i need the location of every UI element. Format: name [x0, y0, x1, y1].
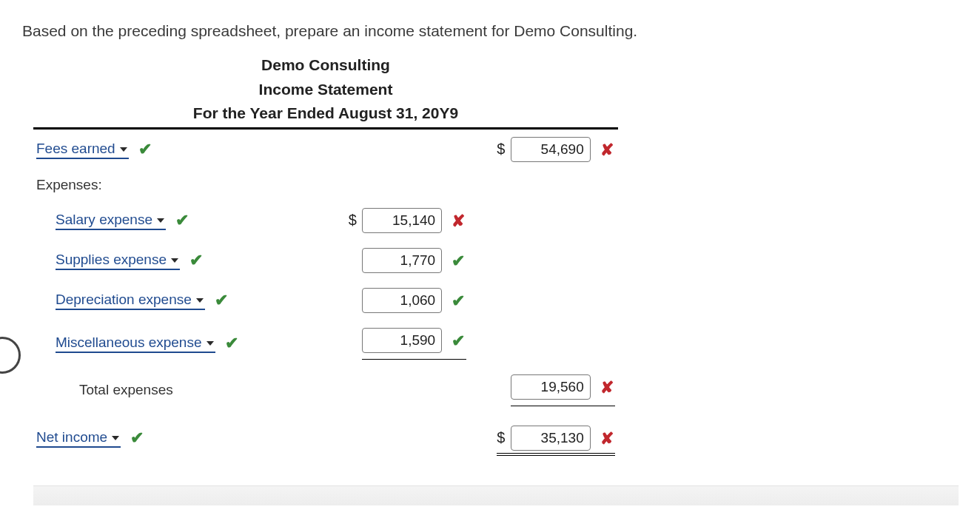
- statement-heading: Demo Consulting Income Statement For the…: [33, 53, 618, 130]
- salary-expense-dropdown[interactable]: Salary expense: [56, 212, 166, 230]
- dollar-sign: $: [349, 212, 357, 228]
- salary-expense-input[interactable]: 15,140: [362, 208, 442, 233]
- net-income-dropdown[interactable]: Net income: [36, 429, 121, 448]
- expenses-label: Expenses:: [36, 177, 102, 192]
- supplies-expense-input[interactable]: 1,770: [362, 248, 442, 273]
- fees-earned-dropdown[interactable]: Fees earned: [36, 141, 129, 159]
- supplies-expense-dropdown[interactable]: Supplies expense: [56, 252, 180, 270]
- total-expenses-label: Total expenses: [36, 382, 173, 398]
- check-icon: ✔: [450, 252, 466, 271]
- statement-period: For the Year Ended August 31, 20Y9: [33, 101, 618, 126]
- misc-expense-dropdown[interactable]: Miscellaneous expense: [56, 335, 215, 353]
- check-icon: ✔: [129, 428, 145, 448]
- net-income-input[interactable]: 35,130: [511, 426, 591, 451]
- statement-title: Income Statement: [33, 78, 618, 102]
- footer-strip: [33, 485, 959, 505]
- x-icon: ✘: [599, 141, 615, 160]
- check-icon: ✔: [137, 140, 153, 159]
- x-icon: ✘: [450, 212, 466, 231]
- decorative-arc: [0, 337, 21, 374]
- income-statement: Demo Consulting Income Statement For the…: [33, 53, 618, 463]
- check-icon: ✔: [224, 334, 240, 353]
- company-name: Demo Consulting: [33, 53, 618, 78]
- depreciation-expense-dropdown[interactable]: Depreciation expense: [56, 292, 205, 310]
- dollar-sign: $: [497, 141, 505, 157]
- check-icon: ✔: [450, 332, 466, 351]
- check-icon: ✔: [213, 291, 229, 310]
- dollar-sign: $: [497, 429, 505, 446]
- check-icon: ✔: [174, 211, 190, 230]
- check-icon: ✔: [450, 292, 466, 311]
- total-expenses-input[interactable]: 19,560: [511, 374, 591, 400]
- depreciation-expense-input[interactable]: 1,060: [362, 288, 442, 313]
- check-icon: ✔: [188, 251, 204, 270]
- misc-expense-input[interactable]: 1,590: [362, 328, 442, 353]
- x-icon: ✘: [599, 378, 615, 397]
- question-prompt: Based on the preceding spreadsheet, prep…: [22, 22, 958, 40]
- fees-earned-input[interactable]: 54,690: [511, 137, 591, 162]
- statement-table: Fees earned ✔ $ 54,690 ✘ Expenses:: [33, 130, 618, 463]
- x-icon: ✘: [599, 429, 615, 448]
